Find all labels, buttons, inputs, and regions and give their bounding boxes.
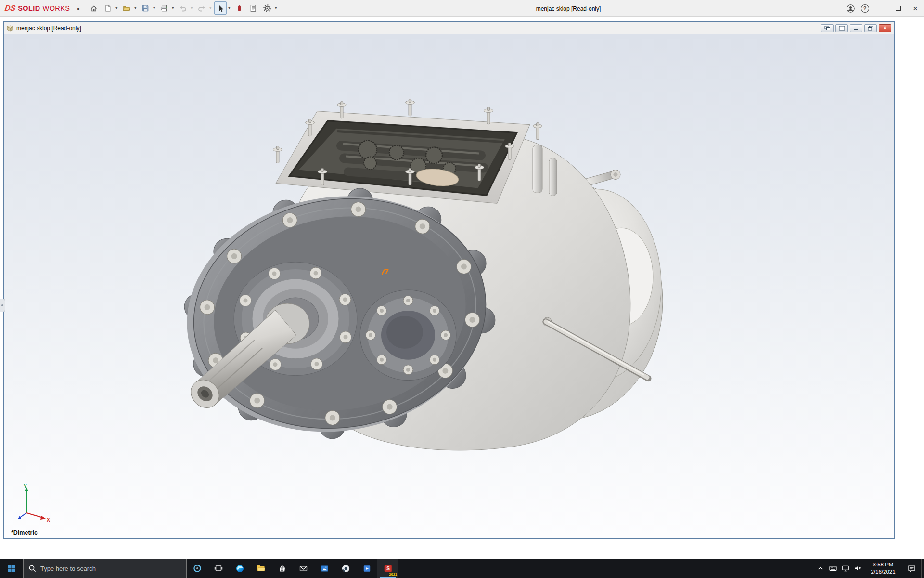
search-input[interactable]: [40, 565, 181, 572]
action-center-icon: [907, 564, 916, 573]
cascade-icon: [824, 26, 831, 31]
save-button[interactable]: [139, 1, 152, 15]
app-titlebar[interactable]: DS SOLIDWORKS ▸ ▾ ▾ ▾ ▾: [0, 0, 924, 17]
search-icon: [28, 565, 37, 573]
doc-minimize-button[interactable]: [850, 24, 862, 32]
taskbar-app-edge[interactable]: [229, 559, 250, 578]
document-titlebar[interactable]: menjac sklop [Read-only] ×: [4, 22, 894, 34]
triad-y-label: Y: [24, 484, 27, 489]
tile-icon: [839, 26, 845, 31]
print-dropdown[interactable]: ▾: [170, 1, 175, 15]
model-canvas[interactable]: [4, 34, 894, 538]
cortana-button[interactable]: [187, 559, 208, 578]
options-button[interactable]: [261, 1, 273, 15]
minimize-button[interactable]: [872, 0, 889, 17]
taskbar-app-movies-tv[interactable]: [356, 559, 377, 578]
print-button[interactable]: [158, 1, 170, 15]
volume-muted-icon: [854, 564, 862, 573]
photos-icon: [320, 564, 329, 573]
taskbar-search[interactable]: [23, 559, 187, 578]
open-dropdown[interactable]: ▾: [133, 1, 138, 15]
hidden-icons-button[interactable]: [814, 559, 827, 578]
close-button[interactable]: ×: [907, 0, 924, 17]
bearing-cover[interactable]: [360, 290, 456, 381]
menu-flyout-arrow[interactable]: ▸: [77, 6, 80, 11]
orientation-triad: Y X: [15, 483, 52, 524]
solidworks-logo: DS SOLIDWORKS: [5, 4, 70, 13]
solidworks-app-icon: S: [384, 564, 393, 573]
panel-collapse-handle[interactable]: [0, 299, 5, 312]
save-icon: [141, 4, 150, 13]
taskbar-app-solidworks[interactable]: S 2021: [377, 559, 398, 578]
new-document-dropdown[interactable]: ▾: [114, 1, 119, 15]
close-icon: ×: [913, 4, 918, 13]
chevron-up-icon: [816, 564, 825, 573]
app-title: menjac sklop [Read-only]: [536, 0, 601, 17]
print-icon: [160, 4, 168, 13]
viewport-3d[interactable]: Y X *Dimetric: [4, 34, 894, 538]
save-dropdown[interactable]: ▾: [152, 1, 156, 15]
undo-dropdown[interactable]: ▾: [189, 1, 194, 15]
doc-restore-icon: [868, 26, 873, 31]
cursor-icon: [216, 4, 225, 13]
open-folder-icon: [122, 4, 131, 13]
taskbar-app-file-explorer[interactable]: [250, 559, 271, 578]
view-orientation-label: *Dimetric: [11, 529, 38, 536]
open-button[interactable]: [120, 1, 133, 15]
doc-cascade-button[interactable]: [821, 24, 834, 32]
redo-icon: [197, 4, 206, 13]
solidworks-version-badge: 2021: [389, 572, 397, 577]
start-button[interactable]: [0, 559, 23, 578]
help-icon: ?: [861, 4, 869, 13]
select-tool-button[interactable]: [214, 1, 227, 15]
tray-network-button[interactable]: [839, 559, 852, 578]
minimize-icon: [878, 10, 884, 10]
redo-button[interactable]: [195, 1, 208, 15]
network-icon: [841, 564, 850, 573]
new-document-icon: [103, 4, 112, 13]
select-tool-dropdown[interactable]: ▾: [227, 1, 231, 15]
taskbar-app-media-player[interactable]: [335, 559, 356, 578]
account-button[interactable]: [843, 1, 858, 15]
doc-close-button[interactable]: ×: [879, 24, 891, 32]
document-window: menjac sklop [Read-only] ×: [3, 21, 895, 539]
edge-icon: [235, 564, 244, 573]
doc-restore-button[interactable]: [864, 24, 877, 32]
file-explorer-icon: [257, 564, 266, 573]
taskbar-clock[interactable]: 3:58 PM 2/16/2021: [864, 559, 902, 578]
options-dropdown[interactable]: ▾: [273, 1, 278, 15]
undo-button[interactable]: [177, 1, 189, 15]
show-desktop-button[interactable]: [921, 559, 924, 578]
taskbar-app-store[interactable]: [271, 559, 293, 578]
doc-tile-button[interactable]: [835, 24, 848, 32]
mdi-area: menjac sklop [Read-only] ×: [0, 17, 924, 559]
taskbar-app-mail[interactable]: [293, 559, 314, 578]
system-tray: 3:58 PM 2/16/2021: [814, 559, 924, 578]
file-properties-button[interactable]: [247, 1, 259, 15]
undo-icon: [179, 4, 187, 13]
clock-time: 3:58 PM: [873, 561, 894, 568]
movies-tv-icon: [362, 564, 372, 573]
quick-access-toolbar: ▾ ▾ ▾ ▾ ▾ ▾: [88, 1, 278, 15]
3dexperience-icon: [235, 4, 244, 13]
3dexperience-button[interactable]: [233, 1, 245, 15]
redo-dropdown[interactable]: ▾: [208, 1, 213, 15]
tray-keyboard-button[interactable]: [827, 559, 839, 578]
gear-icon: [263, 4, 271, 13]
cortana-icon: [193, 564, 202, 573]
home-button[interactable]: [88, 1, 100, 15]
action-center-button[interactable]: [902, 559, 921, 578]
ds-logo-mark: DS: [4, 4, 16, 13]
tray-volume-button[interactable]: [852, 559, 864, 578]
taskbar-app-photos[interactable]: [314, 559, 335, 578]
help-button[interactable]: ?: [858, 1, 872, 15]
clock-date: 2/16/2021: [871, 568, 895, 576]
svg-text:S: S: [386, 566, 390, 571]
task-view-button[interactable]: [208, 559, 229, 578]
touch-keyboard-icon: [829, 564, 837, 573]
maximize-button[interactable]: [889, 0, 907, 17]
panel-collapse-dot: [1, 304, 3, 306]
new-document-button[interactable]: [102, 1, 114, 15]
housing-boss: [549, 158, 557, 196]
document-title: menjac sklop [Read-only]: [16, 25, 81, 32]
